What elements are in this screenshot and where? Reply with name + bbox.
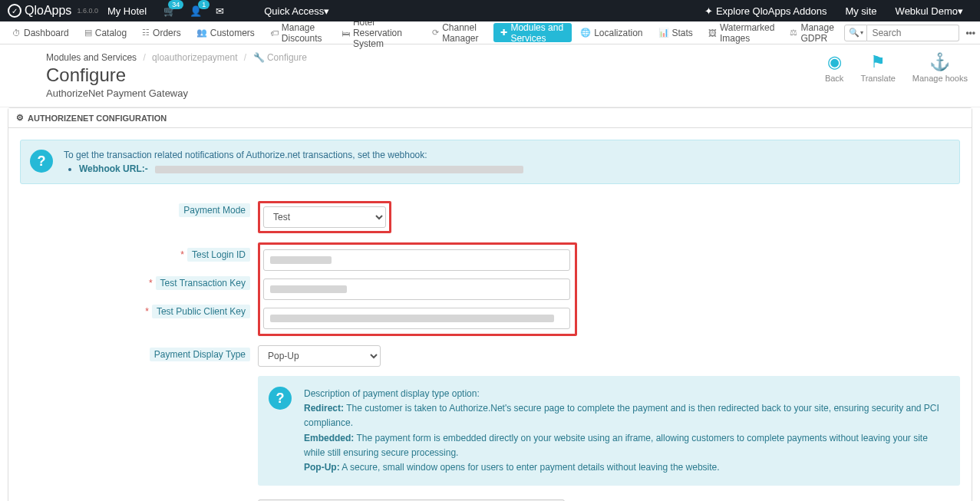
manage-hooks-button[interactable]: ⚓ Manage hooks xyxy=(912,52,968,83)
payment-mode-select[interactable]: Test xyxy=(263,206,386,228)
pub-key-input[interactable] xyxy=(263,308,570,329)
addons-label: Explore QloApps Addons xyxy=(716,5,827,17)
pub-key-label: *Test Public Client Key xyxy=(20,299,258,317)
row-display-desc: ? Description of payment display type op… xyxy=(20,376,960,486)
cart-icon[interactable]: 🛒34 xyxy=(163,5,176,17)
my-site-link[interactable]: My site xyxy=(836,0,886,21)
bed-icon: 🛏 xyxy=(342,28,350,38)
breadcrumb: Modules and Services / qloauthorizepayme… xyxy=(46,52,307,63)
flag-icon: ⚑ xyxy=(860,52,895,72)
nav-stats[interactable]: 📊Stats xyxy=(652,23,700,42)
display-type-select[interactable]: Pop-Up xyxy=(258,345,381,367)
txn-key-input[interactable] xyxy=(263,279,570,300)
login-id-row xyxy=(263,249,572,271)
user-name: Webkul Demo xyxy=(896,5,958,17)
txn-key-row xyxy=(263,279,572,300)
nav-gdpr[interactable]: ⚖Manage GDPR xyxy=(783,23,843,42)
label-text: Payment Mode xyxy=(179,203,250,217)
webhook-url-label: Webhook URL:- xyxy=(79,163,148,174)
display-type-ctrl: Pop-Up xyxy=(258,345,960,367)
info-icon: ? xyxy=(269,387,292,410)
required-mark: * xyxy=(145,306,149,317)
desc-key: Redirect: xyxy=(304,403,344,414)
user-menu[interactable]: Webkul Demo ▾ xyxy=(886,0,972,21)
credentials-group: *Test Login ID *Test Transaction Key *Te… xyxy=(20,242,960,336)
login-id-label: *Test Login ID xyxy=(20,242,258,260)
chevron-down-icon: ▾ xyxy=(958,5,963,17)
nav-channel-manager[interactable]: ⟳Channel Manager xyxy=(425,23,492,42)
panel-body: ? To get the transaction related notific… xyxy=(8,128,972,501)
chevron-down-icon: ▾ xyxy=(324,5,329,17)
display-type-label: Payment Display Type xyxy=(20,345,258,360)
top-icons: 🛒34 👤1 ✉ xyxy=(163,5,224,17)
header-left: Modules and Services / qloauthorizepayme… xyxy=(46,52,307,99)
nav-watermark[interactable]: 🖼Watermarked Images xyxy=(701,23,782,42)
mail-icon[interactable]: ✉ xyxy=(216,5,224,17)
display-description-alert: ? Description of payment display type op… xyxy=(258,376,960,486)
masked-value xyxy=(270,315,554,322)
config-panel: ⚙ AUTHORIZENET CONFIGURATION ? To get th… xyxy=(8,107,972,501)
breadcrumb-modules[interactable]: Modules and Services xyxy=(46,52,137,63)
user-badge: 1 xyxy=(198,0,210,9)
chevron-down-icon: ▾ xyxy=(860,29,863,36)
hotel-selector[interactable]: My Hotel xyxy=(98,0,156,21)
quick-access-dropdown[interactable]: Quick Access ▾ xyxy=(255,0,338,21)
customers-icon: 👥 xyxy=(196,28,207,38)
logo-icon xyxy=(8,4,21,18)
payment-mode-label: Payment Mode xyxy=(20,201,258,216)
row-payment-mode: Payment Mode Test xyxy=(20,201,960,233)
back-button[interactable]: ◉ Back xyxy=(825,52,843,83)
nav-catalog[interactable]: ▤Catalog xyxy=(78,23,134,42)
search-icon: 🔍 xyxy=(849,28,860,38)
image-icon: 🖼 xyxy=(708,28,717,38)
nav-dashboard[interactable]: ⏱Dashboard xyxy=(5,23,76,42)
nav-label: Watermarked Images xyxy=(720,22,775,44)
nav-label: Catalog xyxy=(95,28,127,38)
top-bar: QloApps 1.6.0.0 My Hotel 🛒34 👤1 ✉ Quick … xyxy=(0,0,980,21)
breadcrumb-sep: / xyxy=(143,52,145,63)
desc-intro: Description of payment display type opti… xyxy=(304,387,949,401)
panel-heading-text: AUTHORIZENET CONFIGURATION xyxy=(28,114,167,123)
nav-overflow-button[interactable]: ••• xyxy=(965,28,975,38)
nav-modules[interactable]: ✚Modules and Services xyxy=(493,23,572,42)
catalog-icon: ▤ xyxy=(84,28,92,38)
anchor-icon: ⚓ xyxy=(912,52,968,72)
info-icon: ? xyxy=(30,150,53,173)
search-input[interactable] xyxy=(867,25,959,41)
orders-icon: ☷ xyxy=(142,28,150,38)
row-display-type: Payment Display Type Pop-Up xyxy=(20,345,960,367)
nav-customers[interactable]: 👥Customers xyxy=(190,23,262,42)
cart-badge: 34 xyxy=(168,0,183,9)
nav-label: Orders xyxy=(153,28,181,38)
page-title: Configure xyxy=(46,64,307,86)
nav-label: Manage GDPR xyxy=(800,22,836,44)
pub-key-row xyxy=(263,308,572,329)
nav-discounts[interactable]: 🏷Manage Discounts xyxy=(263,23,333,42)
label-text: Test Login ID xyxy=(187,248,250,262)
search-type-dropdown[interactable]: 🔍▾ xyxy=(844,25,867,41)
nav-label: Customers xyxy=(210,28,255,38)
breadcrumb-module-name[interactable]: qloauthorizepayment xyxy=(152,52,237,63)
nav-orders[interactable]: ☷Orders xyxy=(135,23,188,42)
page-subtitle: AuthorizeNet Payment Gateway xyxy=(46,87,307,99)
login-id-input[interactable] xyxy=(263,249,570,271)
label-text: Payment Display Type xyxy=(150,348,250,361)
quick-access-label: Quick Access xyxy=(264,5,324,17)
highlight-credentials xyxy=(258,242,577,336)
required-mark: * xyxy=(180,249,184,260)
chart-icon: 📊 xyxy=(658,28,669,38)
action-label: Translate xyxy=(860,74,895,83)
nav-label: Dashboard xyxy=(24,28,69,38)
translate-button[interactable]: ⚑ Translate xyxy=(860,52,895,83)
user-notif-icon[interactable]: 👤1 xyxy=(190,5,202,17)
credentials-labels: *Test Login ID *Test Transaction Key *Te… xyxy=(20,242,258,328)
nav-localization[interactable]: 🌐Localization xyxy=(573,23,649,42)
puzzle-icon: ✚ xyxy=(500,28,507,38)
masked-value xyxy=(270,285,347,293)
nav-hotel-reservation[interactable]: 🛏Hotel Reservation System xyxy=(335,23,424,42)
desc-val: A secure, small window opens for users t… xyxy=(340,462,720,473)
webhook-alert: ? To get the transaction related notific… xyxy=(20,140,960,184)
explore-addons-link[interactable]: ✦Explore QloApps Addons xyxy=(695,0,836,21)
nav-label: Channel Manager xyxy=(442,22,485,44)
logo[interactable]: QloApps 1.6.0.0 xyxy=(8,4,98,18)
